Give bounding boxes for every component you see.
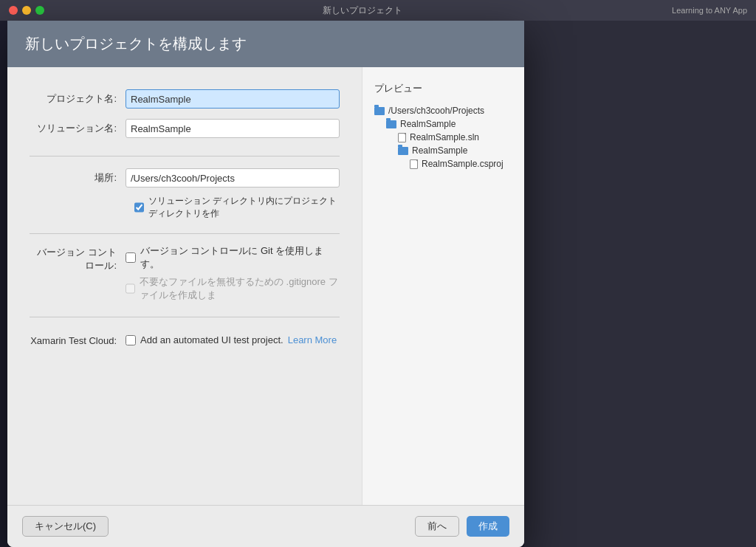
footer-right-buttons: 前へ 作成 bbox=[415, 516, 509, 537]
minimize-button[interactable] bbox=[22, 6, 31, 15]
divider-2 bbox=[30, 233, 340, 234]
version-options: バージョン コントロールに Git を使用します。 不要なファイルを無視するため… bbox=[126, 244, 340, 302]
window-controls[interactable] bbox=[9, 6, 44, 15]
dialog-header: 新しいプロジェクトを構成します bbox=[7, 21, 524, 67]
preview-panel: プレビュー /Users/ch3cooh/Projects RealmSampl… bbox=[362, 67, 524, 505]
back-button[interactable]: 前へ bbox=[415, 516, 459, 537]
folder-icon-folder2 bbox=[398, 147, 408, 155]
divider-3 bbox=[30, 317, 340, 317]
solution-dir-label: ソリューション ディレクトリ内にプロジェクト ディレクトリを作 bbox=[148, 195, 340, 220]
project-name-group: プロジェクト名: bbox=[30, 89, 340, 109]
titlebar: 新しいプロジェクト Learning to ANY App bbox=[0, 0, 756, 21]
solution-name-input[interactable] bbox=[126, 119, 340, 138]
git-option: バージョン コントロールに Git を使用します。 bbox=[126, 244, 340, 271]
gitignore-label: 不要なファイルを無視するための .gitignore ファイルを作成しま bbox=[140, 275, 340, 302]
location-input[interactable] bbox=[126, 168, 340, 188]
tree-label-csproj: RealmSample.csproj bbox=[422, 159, 504, 169]
tree-label-sln: RealmSample.sln bbox=[410, 132, 479, 142]
location-group: 場所: bbox=[30, 168, 340, 188]
version-control-group: バージョン コントロール: バージョン コントロールに Git を使用します。 … bbox=[30, 244, 340, 302]
xamarin-label: Xamarin Test Cloud: bbox=[30, 334, 126, 346]
version-control-label: バージョン コントロール: bbox=[30, 244, 126, 272]
file-icon-csproj bbox=[410, 159, 418, 169]
gitignore-checkbox[interactable] bbox=[126, 283, 135, 294]
xamarin-checkbox-label: Add an automated UI test project. bbox=[140, 334, 284, 345]
project-name-input[interactable] bbox=[126, 89, 340, 109]
new-project-dialog: 新しいプロジェクトを構成します プロジェクト名: ソリューション名: 場所: bbox=[7, 21, 524, 547]
folder-icon-realmsample bbox=[386, 120, 396, 128]
solution-dir-group: ソリューション ディレクトリ内にプロジェクト ディレクトリを作 bbox=[134, 195, 340, 220]
preview-title: プレビュー bbox=[374, 82, 512, 95]
close-button[interactable] bbox=[9, 6, 18, 15]
xamarin-checkbox[interactable] bbox=[126, 335, 136, 345]
titlebar-right-text: Learning to ANY App bbox=[672, 6, 747, 15]
project-name-label: プロジェクト名: bbox=[30, 92, 126, 106]
solution-name-label: ソリューション名: bbox=[30, 122, 126, 135]
dialog-footer: キャンセル(C) 前へ 作成 bbox=[7, 505, 524, 547]
solution-dir-checkbox[interactable] bbox=[134, 202, 144, 213]
project-form: プロジェクト名: ソリューション名: 場所: ソリューション ディレクトリ内にプ… bbox=[7, 67, 362, 505]
tree-label-folder2: RealmSample bbox=[412, 145, 467, 156]
tree-label-realmsample: RealmSample bbox=[400, 119, 456, 129]
background-panel bbox=[524, 21, 756, 547]
file-icon-sln bbox=[398, 133, 406, 142]
tree-label-root: /Users/ch3cooh/Projects bbox=[388, 106, 484, 116]
divider-1 bbox=[30, 156, 340, 156]
xamarin-group: Xamarin Test Cloud: Add an automated UI … bbox=[30, 334, 340, 346]
location-label: 場所: bbox=[30, 171, 126, 185]
solution-name-group: ソリューション名: bbox=[30, 119, 340, 138]
learn-more-link[interactable]: Learn More bbox=[288, 334, 337, 345]
tree-item-folder2: RealmSample bbox=[398, 144, 512, 157]
cancel-button[interactable]: キャンセル(C) bbox=[22, 516, 109, 537]
tree-item-csproj: RealmSample.csproj bbox=[410, 157, 512, 171]
create-button[interactable]: 作成 bbox=[467, 516, 509, 537]
git-label: バージョン コントロールに Git を使用します。 bbox=[140, 244, 340, 271]
dialog-title: 新しいプロジェクトを構成します bbox=[25, 35, 247, 52]
dialog-body: プロジェクト名: ソリューション名: 場所: ソリューション ディレクトリ内にプ… bbox=[7, 67, 524, 505]
maximize-button[interactable] bbox=[35, 6, 44, 15]
window-title: 新しいプロジェクト bbox=[53, 4, 672, 17]
git-checkbox[interactable] bbox=[126, 252, 136, 263]
gitignore-option: 不要なファイルを無視するための .gitignore ファイルを作成しま bbox=[126, 275, 340, 302]
folder-icon-root bbox=[374, 107, 385, 115]
tree-item-realmsample: RealmSample bbox=[386, 117, 512, 131]
tree-item-sln: RealmSample.sln bbox=[398, 131, 512, 144]
tree-item-root: /Users/ch3cooh/Projects bbox=[374, 104, 512, 117]
